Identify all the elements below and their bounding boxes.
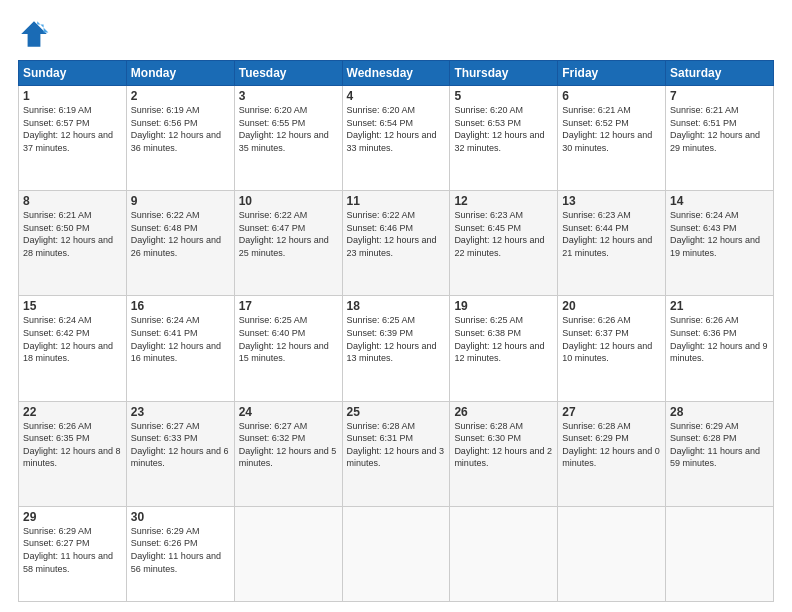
calendar-cell: 20Sunrise: 6:26 AMSunset: 6:37 PMDayligh… [558,296,666,401]
day-info: Sunrise: 6:24 AMSunset: 6:43 PMDaylight:… [670,209,769,259]
day-info: Sunrise: 6:26 AMSunset: 6:35 PMDaylight:… [23,420,122,470]
calendar-cell: 25Sunrise: 6:28 AMSunset: 6:31 PMDayligh… [342,401,450,506]
day-info: Sunrise: 6:20 AMSunset: 6:55 PMDaylight:… [239,104,338,154]
calendar-cell: 7Sunrise: 6:21 AMSunset: 6:51 PMDaylight… [666,86,774,191]
day-info: Sunrise: 6:29 AMSunset: 6:26 PMDaylight:… [131,525,230,575]
calendar-cell: 1Sunrise: 6:19 AMSunset: 6:57 PMDaylight… [19,86,127,191]
calendar-cell: 18Sunrise: 6:25 AMSunset: 6:39 PMDayligh… [342,296,450,401]
calendar-cell: 16Sunrise: 6:24 AMSunset: 6:41 PMDayligh… [126,296,234,401]
header [18,18,774,50]
calendar-cell: 22Sunrise: 6:26 AMSunset: 6:35 PMDayligh… [19,401,127,506]
day-info: Sunrise: 6:22 AMSunset: 6:46 PMDaylight:… [347,209,446,259]
day-header-thursday: Thursday [450,61,558,86]
calendar-cell [450,506,558,601]
calendar-cell: 13Sunrise: 6:23 AMSunset: 6:44 PMDayligh… [558,191,666,296]
day-number: 20 [562,299,661,313]
calendar-week-row: 29Sunrise: 6:29 AMSunset: 6:27 PMDayligh… [19,506,774,601]
day-number: 13 [562,194,661,208]
day-info: Sunrise: 6:21 AMSunset: 6:50 PMDaylight:… [23,209,122,259]
day-info: Sunrise: 6:22 AMSunset: 6:47 PMDaylight:… [239,209,338,259]
day-info: Sunrise: 6:25 AMSunset: 6:40 PMDaylight:… [239,314,338,364]
day-number: 4 [347,89,446,103]
calendar-cell: 27Sunrise: 6:28 AMSunset: 6:29 PMDayligh… [558,401,666,506]
day-info: Sunrise: 6:20 AMSunset: 6:53 PMDaylight:… [454,104,553,154]
calendar-body: 1Sunrise: 6:19 AMSunset: 6:57 PMDaylight… [19,86,774,602]
day-number: 7 [670,89,769,103]
day-number: 19 [454,299,553,313]
calendar-cell [558,506,666,601]
day-number: 14 [670,194,769,208]
day-number: 6 [562,89,661,103]
day-number: 18 [347,299,446,313]
day-info: Sunrise: 6:24 AMSunset: 6:41 PMDaylight:… [131,314,230,364]
day-number: 28 [670,405,769,419]
calendar-week-row: 22Sunrise: 6:26 AMSunset: 6:35 PMDayligh… [19,401,774,506]
calendar-cell: 21Sunrise: 6:26 AMSunset: 6:36 PMDayligh… [666,296,774,401]
day-info: Sunrise: 6:21 AMSunset: 6:52 PMDaylight:… [562,104,661,154]
calendar-cell: 24Sunrise: 6:27 AMSunset: 6:32 PMDayligh… [234,401,342,506]
calendar-cell: 12Sunrise: 6:23 AMSunset: 6:45 PMDayligh… [450,191,558,296]
day-number: 24 [239,405,338,419]
day-info: Sunrise: 6:19 AMSunset: 6:57 PMDaylight:… [23,104,122,154]
calendar-cell [342,506,450,601]
day-header-wednesday: Wednesday [342,61,450,86]
day-info: Sunrise: 6:22 AMSunset: 6:48 PMDaylight:… [131,209,230,259]
calendar-week-row: 8Sunrise: 6:21 AMSunset: 6:50 PMDaylight… [19,191,774,296]
calendar-cell: 8Sunrise: 6:21 AMSunset: 6:50 PMDaylight… [19,191,127,296]
day-info: Sunrise: 6:27 AMSunset: 6:32 PMDaylight:… [239,420,338,470]
calendar-cell: 17Sunrise: 6:25 AMSunset: 6:40 PMDayligh… [234,296,342,401]
calendar-cell: 4Sunrise: 6:20 AMSunset: 6:54 PMDaylight… [342,86,450,191]
day-number: 2 [131,89,230,103]
day-number: 11 [347,194,446,208]
day-info: Sunrise: 6:25 AMSunset: 6:39 PMDaylight:… [347,314,446,364]
calendar-cell: 3Sunrise: 6:20 AMSunset: 6:55 PMDaylight… [234,86,342,191]
calendar-header-row: SundayMondayTuesdayWednesdayThursdayFrid… [19,61,774,86]
day-number: 27 [562,405,661,419]
day-number: 10 [239,194,338,208]
calendar-week-row: 1Sunrise: 6:19 AMSunset: 6:57 PMDaylight… [19,86,774,191]
day-number: 26 [454,405,553,419]
day-header-tuesday: Tuesday [234,61,342,86]
day-info: Sunrise: 6:28 AMSunset: 6:30 PMDaylight:… [454,420,553,470]
calendar-cell [234,506,342,601]
day-header-sunday: Sunday [19,61,127,86]
day-info: Sunrise: 6:23 AMSunset: 6:45 PMDaylight:… [454,209,553,259]
calendar-cell: 6Sunrise: 6:21 AMSunset: 6:52 PMDaylight… [558,86,666,191]
day-number: 12 [454,194,553,208]
calendar-cell: 9Sunrise: 6:22 AMSunset: 6:48 PMDaylight… [126,191,234,296]
day-number: 30 [131,510,230,524]
day-number: 5 [454,89,553,103]
calendar-cell: 30Sunrise: 6:29 AMSunset: 6:26 PMDayligh… [126,506,234,601]
calendar-week-row: 15Sunrise: 6:24 AMSunset: 6:42 PMDayligh… [19,296,774,401]
day-info: Sunrise: 6:28 AMSunset: 6:31 PMDaylight:… [347,420,446,470]
day-number: 15 [23,299,122,313]
calendar-cell [666,506,774,601]
day-info: Sunrise: 6:21 AMSunset: 6:51 PMDaylight:… [670,104,769,154]
day-info: Sunrise: 6:20 AMSunset: 6:54 PMDaylight:… [347,104,446,154]
calendar-cell: 2Sunrise: 6:19 AMSunset: 6:56 PMDaylight… [126,86,234,191]
day-number: 17 [239,299,338,313]
day-number: 1 [23,89,122,103]
day-number: 16 [131,299,230,313]
day-number: 23 [131,405,230,419]
calendar-cell: 10Sunrise: 6:22 AMSunset: 6:47 PMDayligh… [234,191,342,296]
logo-icon [18,18,50,50]
day-number: 9 [131,194,230,208]
day-info: Sunrise: 6:23 AMSunset: 6:44 PMDaylight:… [562,209,661,259]
day-info: Sunrise: 6:25 AMSunset: 6:38 PMDaylight:… [454,314,553,364]
calendar-cell: 5Sunrise: 6:20 AMSunset: 6:53 PMDaylight… [450,86,558,191]
day-info: Sunrise: 6:26 AMSunset: 6:37 PMDaylight:… [562,314,661,364]
logo [18,18,54,50]
day-info: Sunrise: 6:29 AMSunset: 6:28 PMDaylight:… [670,420,769,470]
calendar-cell: 23Sunrise: 6:27 AMSunset: 6:33 PMDayligh… [126,401,234,506]
day-number: 3 [239,89,338,103]
day-header-saturday: Saturday [666,61,774,86]
day-info: Sunrise: 6:24 AMSunset: 6:42 PMDaylight:… [23,314,122,364]
calendar-cell: 11Sunrise: 6:22 AMSunset: 6:46 PMDayligh… [342,191,450,296]
day-info: Sunrise: 6:27 AMSunset: 6:33 PMDaylight:… [131,420,230,470]
day-number: 21 [670,299,769,313]
calendar-cell: 15Sunrise: 6:24 AMSunset: 6:42 PMDayligh… [19,296,127,401]
day-header-monday: Monday [126,61,234,86]
calendar-cell: 28Sunrise: 6:29 AMSunset: 6:28 PMDayligh… [666,401,774,506]
calendar-cell: 26Sunrise: 6:28 AMSunset: 6:30 PMDayligh… [450,401,558,506]
